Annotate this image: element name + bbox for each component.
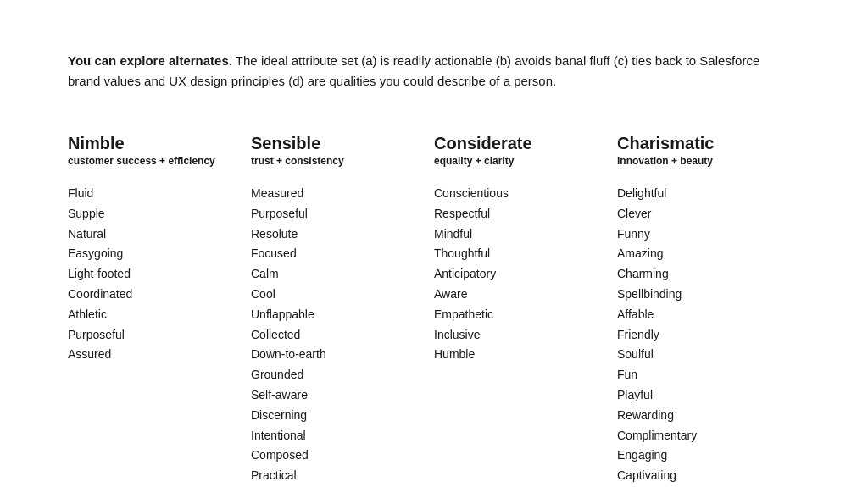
list-item: Grounded xyxy=(251,365,417,385)
list-item: Thoughtful xyxy=(434,244,600,264)
list-item: Practical xyxy=(251,466,417,486)
list-item: Spellbinding xyxy=(617,285,783,305)
column-title-considerate: Considerate xyxy=(434,134,600,153)
list-item: Self-aware xyxy=(251,385,417,406)
intro-paragraph: You can explore alternates. The ideal at… xyxy=(68,51,780,91)
list-item: Inclusive xyxy=(434,325,600,346)
list-item: Amazing xyxy=(617,244,783,264)
attribute-list-sensible: MeasuredPurposefulResoluteFocusedCalmCoo… xyxy=(251,184,417,487)
list-item: Purposeful xyxy=(251,204,417,224)
list-item: Natural xyxy=(68,224,234,245)
list-item: Complimentary xyxy=(617,426,783,446)
list-item: Assured xyxy=(68,345,234,365)
list-item: Rewarding xyxy=(617,406,783,426)
intro-bold: You can explore alternates xyxy=(68,53,229,68)
column-title-charismatic: Charismatic xyxy=(617,134,783,153)
list-item: Unflappable xyxy=(251,305,417,325)
column-title-nimble: Nimble xyxy=(68,134,234,153)
list-item: Down-to-earth xyxy=(251,345,417,365)
column-subtitle-nimble: customer success + efficiency xyxy=(68,155,234,167)
list-item: Cool xyxy=(251,285,417,305)
list-item: Focused xyxy=(251,244,417,264)
column-sensible: Sensibletrust + consistencyMeasuredPurpo… xyxy=(251,134,434,487)
list-item: Charming xyxy=(617,264,783,285)
list-item: Funny xyxy=(617,224,783,245)
list-item: Composed xyxy=(251,445,417,466)
column-subtitle-sensible: trust + consistency xyxy=(251,155,417,167)
list-item: Captivating xyxy=(617,466,783,486)
column-subtitle-considerate: equality + clarity xyxy=(434,155,600,167)
list-item: Empathetic xyxy=(434,305,600,325)
list-item: Calm xyxy=(251,264,417,285)
list-item: Soulful xyxy=(617,345,783,365)
list-item: Measured xyxy=(251,184,417,204)
column-charismatic: Charismaticinnovation + beautyDelightful… xyxy=(617,134,800,487)
column-nimble: Nimblecustomer success + efficiencyFluid… xyxy=(68,134,251,365)
column-subtitle-charismatic: innovation + beauty xyxy=(617,155,783,167)
list-item: Collected xyxy=(251,325,417,346)
list-item: Resolute xyxy=(251,224,417,245)
list-item: Humble xyxy=(434,345,600,365)
list-item: Friendly xyxy=(617,325,783,346)
attribute-list-charismatic: DelightfulCleverFunnyAmazingCharmingSpel… xyxy=(617,184,783,487)
attribute-list-nimble: FluidSuppleNaturalEasygoingLight-footedC… xyxy=(68,184,234,365)
list-item: Fun xyxy=(617,365,783,385)
list-item: Playful xyxy=(617,385,783,406)
list-item: Supple xyxy=(68,204,234,224)
list-item: Fluid xyxy=(68,184,234,204)
list-item: Intentional xyxy=(251,426,417,446)
list-item: Discerning xyxy=(251,406,417,426)
column-considerate: Considerateequality + clarityConscientio… xyxy=(434,134,617,365)
list-item: Purposeful xyxy=(68,325,234,346)
list-item: Affable xyxy=(617,305,783,325)
columns-container: Nimblecustomer success + efficiencyFluid… xyxy=(68,134,800,487)
list-item: Light-footed xyxy=(68,264,234,285)
list-item: Athletic xyxy=(68,305,234,325)
attribute-list-considerate: ConscientiousRespectfulMindfulThoughtful… xyxy=(434,184,600,365)
list-item: Aware xyxy=(434,285,600,305)
list-item: Engaging xyxy=(617,445,783,466)
list-item: Conscientious xyxy=(434,184,600,204)
list-item: Delightful xyxy=(617,184,783,204)
list-item: Coordinated xyxy=(68,285,234,305)
list-item: Respectful xyxy=(434,204,600,224)
list-item: Mindful xyxy=(434,224,600,245)
column-title-sensible: Sensible xyxy=(251,134,417,153)
list-item: Anticipatory xyxy=(434,264,600,285)
list-item: Clever xyxy=(617,204,783,224)
list-item: Easygoing xyxy=(68,244,234,264)
